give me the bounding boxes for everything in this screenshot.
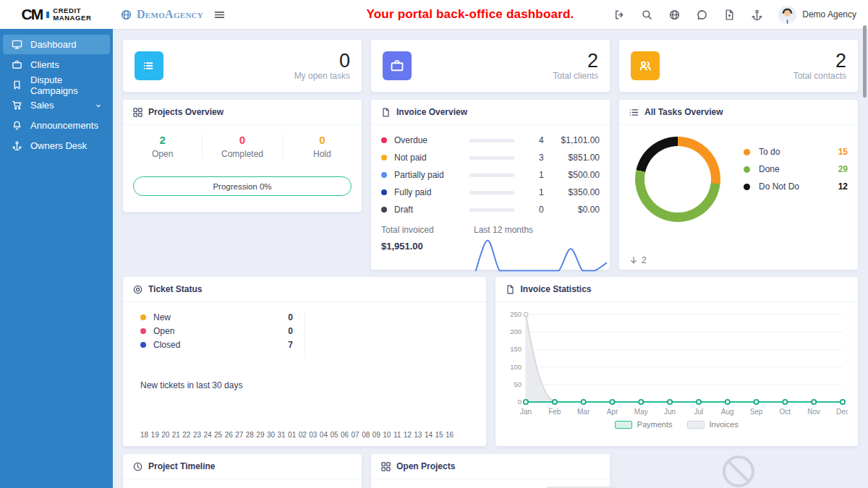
- new-document-icon[interactable]: [723, 9, 736, 21]
- projects-completed-stat: 0 Completed: [202, 134, 281, 159]
- status-dot: [381, 155, 387, 160]
- sidebar-item-announcements[interactable]: Announcements: [3, 116, 110, 135]
- card-title: All Tasks Overview: [644, 107, 723, 117]
- date-tick: 30: [267, 431, 275, 439]
- date-tick: 26: [225, 431, 233, 439]
- svg-text:0: 0: [517, 398, 521, 406]
- invoice-count: 3: [514, 153, 555, 163]
- sidebar-item-dispute-campaigns[interactable]: Dispute Campaigns: [3, 75, 110, 95]
- svg-text:Sep: Sep: [749, 408, 762, 416]
- date-tick: 24: [203, 431, 211, 439]
- legend-item-payments: Payments: [615, 420, 673, 429]
- monitor-icon: [12, 39, 22, 50]
- sparkline-label: Last 12 months: [474, 225, 608, 235]
- card-title: Invoice Overview: [396, 107, 467, 117]
- menu-toggle-icon[interactable]: [213, 9, 226, 21]
- date-tick: 13: [414, 431, 422, 439]
- date-tick: 15: [435, 431, 443, 439]
- projects-overview-card: Projects Overview 2 Open 0 Completed 0 H…: [123, 100, 362, 212]
- invoice-statistics-card: Invoice Statistics 050100150200250JanFeb…: [495, 277, 859, 446]
- legend-item-do-not-do: Do Not Do 12: [744, 181, 848, 192]
- grid-icon: [381, 462, 391, 471]
- status-dot: [381, 172, 387, 178]
- stat-card-open-tasks: 0 My open tasks: [123, 40, 362, 92]
- stat-card-total-contacts: 2 Total contacts: [619, 40, 858, 92]
- svg-text:Apr: Apr: [606, 408, 618, 416]
- tasks-footer-count: 2: [642, 255, 647, 265]
- date-tick: 16: [446, 431, 454, 439]
- bell-icon: [12, 120, 22, 131]
- svg-text:Jan: Jan: [519, 408, 531, 416]
- status-dot: [381, 189, 387, 195]
- invoice-bar: [469, 191, 514, 194]
- briefcase-icon: [383, 51, 412, 80]
- projects-open-stat: 2 Open: [123, 134, 202, 159]
- legend-swatch: [615, 421, 632, 429]
- chat-icon[interactable]: [696, 9, 708, 21]
- ticket-row-open: Open 0: [133, 326, 293, 336]
- svg-text:Mar: Mar: [577, 408, 590, 416]
- date-tick: 29: [256, 431, 264, 439]
- sidebar-item-label: Dispute Campaigns: [30, 74, 101, 96]
- date-tick: 03: [309, 431, 317, 439]
- bookmark-icon: [12, 80, 22, 90]
- stat-label: Total clients: [553, 71, 598, 81]
- svg-text:200: 200: [510, 328, 522, 335]
- sidebar-item-owners-desk[interactable]: Owners Desk: [3, 136, 110, 155]
- date-tick: 12: [404, 431, 412, 439]
- card-title: Ticket Status: [148, 284, 202, 294]
- date-tick: 27: [235, 431, 243, 439]
- invoice-count: 0: [514, 205, 555, 215]
- status-dot: [140, 342, 146, 348]
- anchor-icon: [12, 140, 22, 151]
- date-tick: 08: [362, 431, 370, 439]
- svg-text:100: 100: [510, 363, 522, 371]
- invoice-count: 1: [514, 170, 555, 180]
- invoice-bar: [469, 156, 514, 160]
- svg-text:Jun: Jun: [664, 408, 676, 416]
- invoice-amount: $350.00: [555, 187, 600, 197]
- user-name: Demo Agency: [802, 9, 856, 20]
- date-tick: 02: [299, 431, 307, 439]
- legend-item-done: Done 29: [744, 164, 848, 174]
- invoice-bar: [469, 139, 514, 142]
- search-icon[interactable]: [641, 9, 653, 21]
- projects-open-label: Open: [123, 149, 202, 159]
- life-ring-icon: [133, 285, 142, 294]
- sidebar-item-sales[interactable]: Sales: [3, 95, 110, 115]
- status-dot: [140, 328, 146, 334]
- users-icon: [631, 51, 660, 80]
- globe-icon[interactable]: [668, 9, 681, 21]
- svg-text:150: 150: [510, 345, 522, 353]
- invoice-amount: $0.00: [555, 205, 600, 215]
- projects-completed-value: 0: [203, 134, 281, 146]
- sidebar-item-label: Dashboard: [30, 39, 77, 50]
- anchor-icon[interactable]: [751, 9, 763, 21]
- invoice-amount: $500.00: [555, 170, 600, 180]
- status-dot: [381, 137, 387, 143]
- svg-text:Nov: Nov: [807, 408, 820, 416]
- date-tick: 19: [151, 431, 159, 439]
- user-menu[interactable]: Demo Agency: [778, 6, 856, 24]
- agency-logo[interactable]: DemoAgency: [120, 8, 203, 21]
- sidebar: Dashboard Clients Dispute Campaigns Sale…: [0, 29, 113, 488]
- legend-item-invoices: Invoices: [687, 420, 739, 429]
- sidebar-item-clients[interactable]: Clients: [3, 55, 110, 74]
- portal-banner: Your portal back-office dashboard.: [311, 7, 629, 22]
- tasks-legend: To do 15 Done 29 Do Not Do 12: [744, 147, 848, 260]
- ticket-status-card: Ticket Status New 0 Open 0: [123, 277, 486, 446]
- document-icon: [506, 285, 515, 294]
- user-avatar: [778, 6, 796, 24]
- svg-text:50: 50: [514, 380, 522, 388]
- date-tick: 22: [182, 431, 190, 439]
- invoice-bar: [469, 174, 514, 177]
- svg-text:Feb: Feb: [548, 408, 561, 416]
- top-header: CM CREDIT MANAGER DemoAgency Your portal…: [0, 0, 868, 29]
- invoice-count: 4: [514, 135, 555, 145]
- date-tick: 21: [172, 431, 180, 439]
- sidebar-item-label: Owners Desk: [30, 140, 87, 151]
- invoice-row-not-paid: Not paid 3 $851.00: [381, 153, 600, 163]
- agency-globe-icon: [120, 9, 132, 21]
- vertical-scrollbar-thumb[interactable]: [863, 25, 867, 98]
- sidebar-item-dashboard[interactable]: Dashboard: [3, 35, 110, 54]
